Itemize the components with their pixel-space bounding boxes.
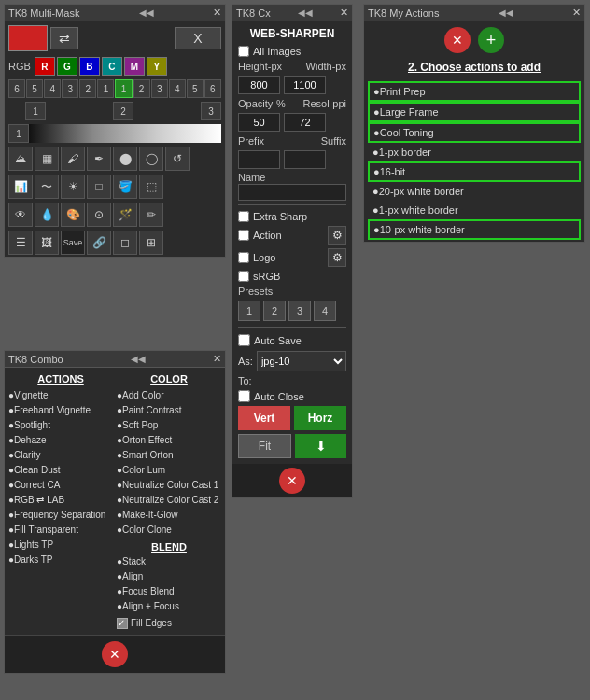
cx-logo-gear[interactable]: ⚙: [328, 248, 346, 267]
combo-color-orton[interactable]: ●Orton Effect: [117, 433, 221, 448]
save-icon[interactable]: Save: [61, 231, 85, 255]
cx-action-checkbox[interactable]: [238, 230, 249, 241]
cx-action-gear[interactable]: ⚙: [328, 226, 346, 245]
pencil-icon[interactable]: ✏: [139, 203, 163, 227]
cx-width-input[interactable]: 1100: [284, 76, 326, 94]
action-item-10px-white[interactable]: ●10-px white border: [368, 219, 581, 240]
combo-color-glow[interactable]: ●Make-It-Glow: [117, 508, 221, 523]
cx-height-input[interactable]: 800: [238, 76, 280, 94]
cx-srgb-checkbox[interactable]: [238, 271, 249, 282]
combo-action-darks-tp[interactable]: ●Darks TP: [8, 553, 113, 567]
mm-num-4b[interactable]: 4: [169, 79, 186, 98]
action-item-print-prep[interactable]: ●Print Prep: [368, 81, 581, 102]
cx-auto-save-checkbox[interactable]: [238, 334, 250, 346]
brush-icon[interactable]: 🖌: [61, 147, 85, 171]
action-item-1px-border[interactable]: ●1-px border: [368, 143, 581, 161]
combo-color-clone[interactable]: ●Color Clone: [117, 523, 221, 538]
cx-as-select[interactable]: jpg-10 jpg-8 png: [257, 351, 346, 371]
action-item-20px-white[interactable]: ●20-px white border: [368, 182, 581, 201]
mm-num-2b[interactable]: 2: [133, 79, 150, 98]
color-wheel-icon[interactable]: 🎨: [61, 203, 85, 227]
combo-action-dehaze[interactable]: ●Dehaze: [8, 433, 113, 448]
mm-label-1[interactable]: 1: [25, 102, 46, 120]
mm-num-1a[interactable]: 1: [97, 79, 114, 98]
mm-num-1b-active[interactable]: 1: [115, 79, 132, 98]
yellow-channel-button[interactable]: Y: [147, 57, 167, 76]
cx-preset-3[interactable]: 3: [288, 301, 311, 321]
combo-blend-stack[interactable]: ●Stack: [117, 554, 221, 569]
combo-action-rgb-lab[interactable]: ●RGB ⇄ LAB: [8, 493, 113, 508]
combo-color-soft[interactable]: ●Soft Pop: [117, 418, 221, 433]
cx-logo-checkbox[interactable]: [238, 252, 249, 263]
cx-horz-button[interactable]: Horz: [294, 406, 346, 430]
combo-action-vignette[interactable]: ●Vignette: [8, 388, 113, 403]
magenta-channel-button[interactable]: M: [124, 57, 145, 76]
cx-download-button[interactable]: ⬇: [295, 434, 346, 458]
mm-num-6b[interactable]: 6: [204, 79, 221, 98]
cx-all-images-checkbox[interactable]: [238, 46, 249, 57]
cx-auto-close-checkbox[interactable]: [238, 390, 250, 402]
mm-label-2[interactable]: 2: [113, 102, 133, 120]
combo-action-clean-dust[interactable]: ●Clean Dust: [8, 463, 113, 478]
combo-color-add[interactable]: ●Add Color: [117, 388, 221, 403]
circle-fill-icon[interactable]: ⬤: [113, 147, 137, 171]
combo-blend-align[interactable]: ●Align: [117, 569, 221, 584]
cx-close-button[interactable]: ✕: [279, 468, 305, 494]
action-item-16bit[interactable]: ●16-bit: [368, 161, 581, 182]
mm-label-3[interactable]: 3: [201, 102, 221, 120]
action-item-cool-toning[interactable]: ●Cool Toning: [368, 122, 581, 143]
wand-icon[interactable]: 🪄: [113, 203, 137, 227]
combo-color-paint[interactable]: ●Paint Contrast: [117, 403, 221, 418]
eye-icon[interactable]: 👁: [8, 203, 33, 227]
cyan-channel-button[interactable]: C: [102, 57, 122, 76]
green-channel-button[interactable]: G: [57, 57, 77, 76]
mm-num-5a[interactable]: 5: [26, 79, 43, 98]
mountains-icon[interactable]: ⛰: [8, 147, 33, 171]
circle-outline-icon[interactable]: ◯: [139, 147, 163, 171]
square-icon[interactable]: □: [87, 175, 111, 199]
cx-extra-sharp-checkbox[interactable]: [238, 211, 249, 222]
cx-opacity-input[interactable]: [238, 113, 280, 132]
selection-icon[interactable]: ⬚: [139, 175, 163, 199]
action-item-1px-white[interactable]: ●1-px white border: [368, 201, 581, 219]
lines-icon[interactable]: ☰: [8, 231, 33, 255]
link-icon[interactable]: 🔗: [87, 231, 111, 255]
lasso-icon[interactable]: ⊙: [87, 203, 111, 227]
paint-bucket-icon[interactable]: 🪣: [113, 175, 137, 199]
combo-close-button[interactable]: ✕: [102, 641, 128, 667]
combo-action-freehand[interactable]: ●Freehand Vignette: [8, 403, 113, 418]
combo-action-lights-tp[interactable]: ●Lights TP: [8, 538, 113, 553]
actions-close-button[interactable]: ✕: [444, 27, 471, 53]
image-icon[interactable]: 🖼: [35, 231, 59, 255]
grid-icon[interactable]: ▦: [35, 147, 59, 171]
pen-icon[interactable]: ✒: [87, 147, 111, 171]
mask-icon[interactable]: ◻: [113, 231, 137, 255]
sun-icon[interactable]: ☀: [61, 175, 85, 199]
cx-vert-button[interactable]: Vert: [238, 406, 290, 430]
combo-blend-align-focus[interactable]: ●Align + Focus: [117, 599, 221, 614]
mm-num-2a[interactable]: 2: [79, 79, 96, 98]
mm-num-3b[interactable]: 3: [151, 79, 168, 98]
cx-fit-button[interactable]: Fit: [238, 434, 291, 458]
mm-num-3a[interactable]: 3: [62, 79, 78, 98]
action-item-large-frame[interactable]: ●Large Frame: [368, 102, 581, 122]
mm-red-box[interactable]: [8, 25, 48, 51]
mm-x-button[interactable]: X: [175, 27, 221, 49]
cx-preset-1[interactable]: 1: [238, 301, 260, 321]
combo-blend-focus[interactable]: ●Focus Blend: [117, 584, 221, 599]
combo-color-neut1[interactable]: ●Neutralize Color Cast 1: [117, 478, 221, 493]
mm-num-5b[interactable]: 5: [187, 79, 204, 98]
combo-action-fill-trans[interactable]: ●Fill Transparent: [8, 523, 113, 538]
red-channel-button[interactable]: R: [35, 57, 55, 76]
combo-action-correct-ca[interactable]: ●Correct CA: [8, 478, 113, 493]
cx-preset-4[interactable]: 4: [314, 301, 336, 321]
table-icon[interactable]: ⊞: [139, 231, 163, 255]
combo-color-lum[interactable]: ●Color Lum: [117, 463, 221, 478]
cx-resol-input[interactable]: [284, 113, 326, 132]
blue-channel-button[interactable]: B: [79, 57, 100, 76]
histogram-icon[interactable]: 📊: [8, 175, 33, 199]
fill-edges-checkbox[interactable]: [117, 618, 128, 629]
mm-num-6a[interactable]: 6: [8, 79, 25, 98]
combo-color-neut2[interactable]: ●Neutralize Color Cast 2: [117, 493, 221, 508]
combo-action-freq-sep[interactable]: ●Frequency Separation: [8, 508, 113, 523]
